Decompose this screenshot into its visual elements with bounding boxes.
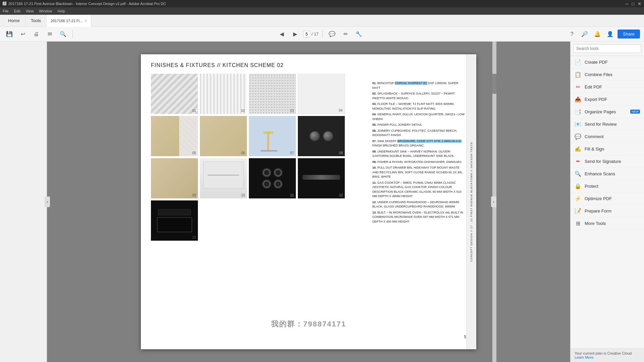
nav-tools[interactable]: Tools	[25, 15, 47, 27]
menu-file[interactable]: File	[3, 9, 9, 13]
pdf-area[interactable]: FINISHES & FIXTURES // KITCHEN SCHEME 02…	[47, 42, 570, 362]
tool-optimize-pdf[interactable]: ⚡ Optimize PDF	[571, 192, 644, 205]
tab-close-button[interactable]: ×	[85, 18, 87, 23]
print-button[interactable]: 🖨	[31, 29, 42, 40]
close-button[interactable]: ✕	[638, 1, 641, 6]
next-page-button[interactable]: ▶	[290, 29, 301, 40]
undo-icon: ↩	[21, 31, 25, 37]
organize-pages-label: Organize Pages	[585, 109, 616, 114]
bell-button[interactable]: 🔔	[592, 29, 603, 40]
rangehood	[303, 175, 340, 180]
tool-edit-pdf[interactable]: ✏ Edit PDF	[571, 81, 644, 93]
share-button[interactable]: Share	[618, 29, 640, 39]
pen-button[interactable]: ✏	[340, 29, 351, 40]
tool-prepare-form[interactable]: 📝 Prepare Form	[571, 205, 644, 217]
app-icon: 🅰	[3, 2, 6, 6]
image-10: 10	[200, 158, 247, 198]
spec-06: 06. JOINERY CUPBOARDS: POLYTEC, CASENTIN…	[372, 129, 466, 138]
scrollbar-thumb[interactable]	[492, 74, 496, 94]
restore-button[interactable]: □	[632, 1, 634, 6]
prepare-form-icon: 📝	[575, 207, 581, 214]
account-button[interactable]: 👤	[605, 29, 615, 40]
send-review-label: Send for Review	[585, 122, 616, 127]
send-review-icon: 📧	[575, 121, 581, 127]
tools-button[interactable]: 🔧	[354, 29, 364, 40]
comment-icon: 💬	[575, 133, 581, 140]
more-tools-icon: ⊞	[575, 220, 581, 227]
optimize-pdf-label: Optimize PDF	[585, 196, 612, 201]
comment-button[interactable]: 💬	[327, 29, 337, 40]
organize-pages-icon: 📑	[575, 108, 581, 115]
toolbar: 💾 ↩ 🖨 ✉ 🔍 ◀ ▶ 5 / 17 💬 ✏ 🔧 ? 🔎 🔔 👤 Share	[0, 27, 644, 42]
email-button[interactable]: ✉	[44, 29, 55, 40]
nav-home[interactable]: Home	[3, 15, 25, 27]
combine-files-label: Combine Files	[585, 72, 612, 77]
send-signature-icon: ✒	[575, 158, 581, 165]
left-panel-content	[0, 42, 47, 47]
tool-fill-sign[interactable]: ✍ Fill & Sign	[571, 143, 644, 155]
image-04: 04	[298, 74, 345, 114]
image-09: 09	[151, 158, 198, 198]
combine-files-icon: 📋	[575, 71, 581, 78]
heading-sub: KITCHEN SCHEME 02	[222, 62, 283, 68]
tool-create-pdf[interactable]: 📄 Create PDF	[571, 56, 644, 68]
pdf-page: FINISHES & FIXTURES // KITCHEN SCHEME 02…	[141, 54, 476, 349]
spec-03: 03. FLOOR TILE – SKHEME: T2 FLINT MATT, …	[372, 102, 466, 111]
tool-comment[interactable]: 💬 Comment	[571, 130, 644, 143]
spec-10: 10. PULL OUT DRAWER BIN, HIDEAWAY TOP MO…	[372, 166, 466, 179]
tool-send-review[interactable]: 📧 Send for Review	[571, 118, 644, 130]
minimize-button[interactable]: ─	[625, 1, 628, 6]
tool-combine-files[interactable]: 📋 Combine Files	[571, 68, 644, 81]
menu-edit[interactable]: Edit	[14, 9, 20, 13]
spec-12: 12. UNDER CUPBOARD RANGEHOOD – SEUROMAID…	[372, 200, 466, 209]
burner-2	[274, 169, 282, 176]
more-tools-label: More Tools	[585, 221, 606, 226]
tool-send-signature[interactable]: ✒ Send for Signature	[571, 155, 644, 168]
menu-window[interactable]: Window	[39, 9, 52, 13]
oven-display	[158, 209, 191, 215]
image-06: 06	[200, 116, 247, 156]
menu-help[interactable]: Help	[57, 9, 65, 13]
email-icon: ✉	[48, 31, 52, 37]
burner-1	[263, 169, 270, 176]
plan-text: Your current plan is Creative Cloud	[575, 351, 632, 355]
help-button[interactable]: ?	[567, 29, 577, 40]
enhance-scans-icon: 🔍	[575, 170, 581, 177]
tool-enhance-scans[interactable]: 🔍 Enhance Scans	[571, 168, 644, 180]
heading-main: FINISHES & FIXTURES //	[151, 62, 221, 68]
page-current[interactable]: 5	[303, 31, 310, 38]
page-total: 17	[314, 32, 318, 37]
image-03: 03	[249, 74, 296, 114]
undo-button[interactable]: ↩	[17, 29, 28, 40]
collapse-left-button[interactable]: ›	[45, 196, 50, 207]
collapse-right-button[interactable]: ‹	[491, 196, 496, 207]
new-badge: NEW	[630, 110, 640, 114]
spec-08: 08. UNDERMOUNT SINK – HARVEY NORMAN: OLI…	[372, 149, 466, 159]
tool-protect[interactable]: 🔒 Protect	[571, 180, 644, 192]
image-01: 01	[151, 74, 198, 114]
send-signature-label: Send for Signature	[585, 159, 621, 164]
menu-view[interactable]: View	[26, 9, 34, 13]
tools-list: 📄 Create PDF 📋 Combine Files ✏ Edit PDF …	[571, 56, 644, 348]
spec-07: 07. SINK MIXERT BRODWARE, CODE CITY STIK…	[372, 139, 466, 148]
toolbar-separator-2	[322, 30, 323, 38]
spec-list: 01. BENCHTOP CORIAN, EVEREST (E) DXP 135…	[372, 81, 466, 225]
enhance-scans-label: Enhance Scans	[585, 171, 615, 176]
search-button[interactable]: 🔍	[58, 29, 68, 40]
open-tab[interactable]: 2017166 17-21 Fi... ×	[47, 15, 91, 27]
search-tools-button[interactable]: 🔎	[579, 29, 590, 40]
create-pdf-label: Create PDF	[585, 60, 608, 65]
sidebar-search-area	[571, 42, 644, 56]
vertical-band: CONCEPT DESIGN // 17 - 21 FIRST AVENUE B…	[466, 54, 476, 349]
tool-organize-pages[interactable]: 📑 Organize Pages NEW	[571, 106, 644, 118]
tool-more-tools[interactable]: ⊞ More Tools	[571, 217, 644, 230]
image-05: 05	[151, 116, 198, 156]
tool-export-pdf[interactable]: 📤 Export PDF	[571, 93, 644, 106]
title-bar-controls[interactable]: ─ □ ✕	[625, 1, 641, 6]
learn-more-link[interactable]: Learn More	[575, 355, 593, 359]
search-tools-input[interactable]	[573, 44, 641, 53]
prev-page-button[interactable]: ◀	[276, 29, 287, 40]
save-button[interactable]: 💾	[4, 29, 15, 40]
nav-bar: Home Tools 2017166 17-21 Fi... ×	[0, 15, 644, 27]
spec-04: 04. GENERAL PAINT, DULUX, LEXICON QUARTE…	[372, 112, 466, 121]
